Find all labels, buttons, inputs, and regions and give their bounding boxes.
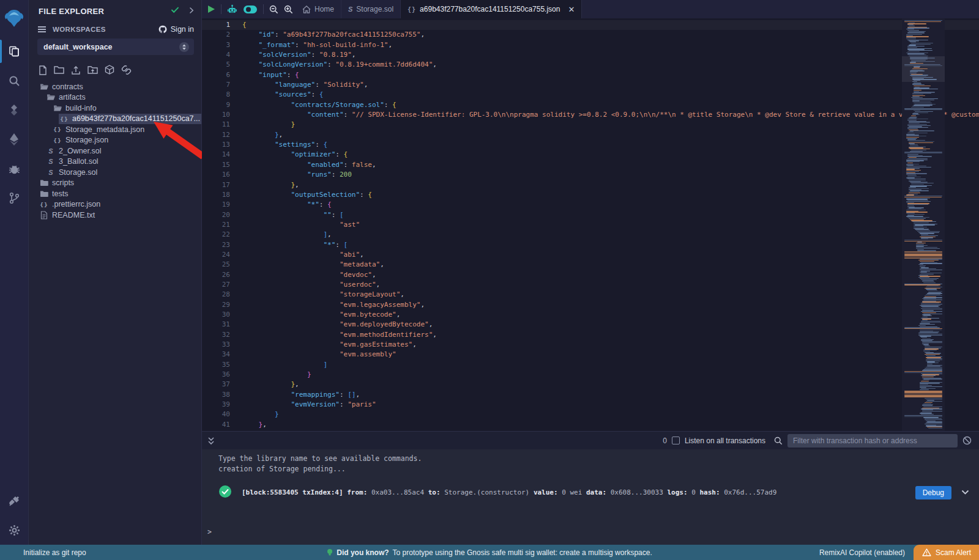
- tree-item-a69b43f277ba20fcac141151250ca7-[interactable]: {}a69b43f277ba20fcac141151250ca7...: [29, 114, 201, 125]
- tx-expand-icon[interactable]: [961, 488, 969, 497]
- workspace-select[interactable]: default_workspace: [37, 39, 194, 55]
- sidebar-remix-logo[interactable]: [0, 2, 29, 37]
- tree-item--prettierrc-json[interactable]: {}.prettierrc.json: [29, 199, 201, 210]
- sidebar-search[interactable]: [0, 66, 29, 95]
- code-editor[interactable]: 1234567891011121314151617181920212223242…: [202, 18, 979, 431]
- clear-console-icon[interactable]: [962, 436, 972, 445]
- tab-a69b43f277ba20fcac141151250ca755-json[interactable]: {}a69b43f277ba20fcac141151250ca755.json✕: [401, 0, 582, 18]
- copilot-status[interactable]: RemixAI Copilot (enabled): [819, 548, 905, 557]
- upload-folder-icon[interactable]: [87, 65, 98, 75]
- code-line-31: "evm.deployedBytecode",: [242, 320, 979, 330]
- code-line-12: },: [242, 130, 979, 140]
- tree-item-storage-metadata-json[interactable]: {}Storage_metadata.json: [29, 124, 201, 135]
- code-line-17: },: [242, 180, 979, 190]
- code-line-14: "optimizer": {: [242, 150, 979, 160]
- terminal-body[interactable]: Type the library name to see available c…: [202, 449, 979, 545]
- terminal: 0 Listen on all transactions Type the li…: [202, 431, 979, 545]
- code-line-34: "evm.assembly": [242, 350, 979, 359]
- code-line-26: "devdoc",: [242, 270, 979, 280]
- run-script-button[interactable]: [207, 5, 215, 13]
- code-line-36: }: [242, 370, 979, 380]
- tree-item-readme-txt[interactable]: README.txt: [29, 210, 201, 221]
- debugger-icon: [9, 163, 20, 175]
- code-line-7: "language": "Solidity",: [242, 80, 979, 90]
- code-lines: { "id": "a69b43f277ba20fcac141151250ca75…: [230, 20, 979, 431]
- sidebar-settings[interactable]: [0, 515, 29, 545]
- folder-icon: [40, 190, 48, 197]
- close-tab-icon[interactable]: ✕: [568, 5, 575, 14]
- sidebar-file-explorer[interactable]: [0, 37, 29, 66]
- tree-item-label: 3_Ballot.sol: [59, 157, 99, 166]
- tree-item-storage-sol[interactable]: SStorage.sol: [29, 167, 201, 178]
- github-icon: [158, 25, 168, 34]
- hamburger-menu-icon[interactable]: [37, 26, 47, 33]
- sidebar-debugger[interactable]: [0, 154, 29, 183]
- tree-item-contracts[interactable]: contracts: [29, 81, 201, 92]
- scam-alert-button[interactable]: Scam Alert: [914, 545, 979, 560]
- tab-storage-sol[interactable]: SStorage.sol: [341, 0, 401, 18]
- remix-ide-window: FILE EXPLORER WORKSPACES Sign in: [0, 0, 979, 560]
- code-line-20: "": [: [242, 210, 979, 220]
- solidity-compiler-icon: [9, 104, 20, 116]
- chevron-right-icon[interactable]: [188, 6, 195, 17]
- search-icon: [9, 75, 20, 87]
- tab-home[interactable]: Home: [296, 0, 341, 18]
- code-line-5: "solcLongVersion": "0.8.19+commit.7dd6d4…: [242, 60, 979, 70]
- zoom-out-icon[interactable]: [269, 5, 278, 14]
- git-init-action[interactable]: Initialize as git repo: [0, 548, 86, 557]
- main-area: FILE EXPLORER WORKSPACES Sign in: [0, 0, 979, 545]
- minimap[interactable]: [902, 18, 945, 431]
- sidebar-plugin-manager[interactable]: [0, 486, 29, 515]
- tree-item-storage-json[interactable]: {}Storage.json: [29, 135, 201, 146]
- tree-item-build-info[interactable]: build-info: [29, 103, 201, 114]
- sidebar-solidity-compiler[interactable]: [0, 95, 29, 125]
- code-line-3: "_format": "hh-sol-build-info-1",: [242, 40, 979, 50]
- upload-file-icon[interactable]: [71, 65, 81, 75]
- tree-item-label: .prettierrc.json: [52, 200, 100, 208]
- sign-in-button[interactable]: Sign in: [158, 25, 194, 34]
- tx-success-icon: [218, 485, 232, 500]
- code-line-15: "enabled": false,: [242, 160, 979, 170]
- editor-toolbar: [202, 0, 296, 18]
- code-line-23: "*": [: [242, 240, 979, 250]
- tree-item-label: Storage.json: [65, 136, 108, 144]
- sidebar-deploy-run[interactable]: [0, 125, 29, 154]
- tree-item-tests[interactable]: tests: [29, 188, 201, 199]
- code-line-40: }: [242, 410, 979, 419]
- tree-item-3-ballot-sol[interactable]: S3_Ballot.sol: [29, 157, 201, 168]
- tree-item-artifacts[interactable]: artifacts: [29, 92, 201, 103]
- debug-button[interactable]: Debug: [915, 486, 951, 499]
- solidity-icon: S: [348, 6, 352, 13]
- code-line-41: },: [242, 420, 979, 430]
- status-bar: Initialize as git repo Did you know? To …: [0, 545, 979, 560]
- terminal-prompt[interactable]: >: [207, 528, 212, 536]
- workspace-switch-icon[interactable]: [179, 42, 189, 52]
- zoom-in-icon[interactable]: [284, 5, 293, 14]
- tree-item-scripts[interactable]: scripts: [29, 178, 201, 189]
- activity-bar: [0, 0, 29, 545]
- new-file-icon[interactable]: [39, 65, 47, 75]
- file-icon: [40, 211, 48, 219]
- copilot-toggle[interactable]: [243, 5, 258, 14]
- code-line-33: "evm.gasEstimates",: [242, 340, 979, 350]
- code-line-18: "outputSelection": {: [242, 190, 979, 200]
- sidebar-git[interactable]: [0, 183, 29, 213]
- tree-item-2-owner-sol[interactable]: S2_Owner.sol: [29, 146, 201, 157]
- file-actions-toolbar: [29, 60, 201, 79]
- new-folder-icon[interactable]: [54, 65, 64, 75]
- terminal-header: 0 Listen on all transactions: [202, 432, 979, 449]
- listen-checkbox[interactable]: [672, 437, 680, 444]
- deploy-run-icon: [9, 133, 19, 146]
- code-line-24: "abi",: [242, 250, 979, 260]
- cube-icon[interactable]: [105, 65, 114, 75]
- terminal-collapse-icon[interactable]: [207, 437, 215, 445]
- tab-label: Home: [315, 5, 334, 13]
- remix-logo-icon: [4, 9, 24, 31]
- code-line-27: "userdoc",: [242, 280, 979, 290]
- remixai-robot-icon[interactable]: [227, 4, 237, 15]
- plugin-manager-icon: [9, 495, 20, 507]
- transaction-filter-input[interactable]: [787, 434, 958, 448]
- link-icon[interactable]: [121, 65, 132, 75]
- json-icon: {}: [40, 201, 48, 208]
- tree-item-label: build-info: [65, 104, 97, 112]
